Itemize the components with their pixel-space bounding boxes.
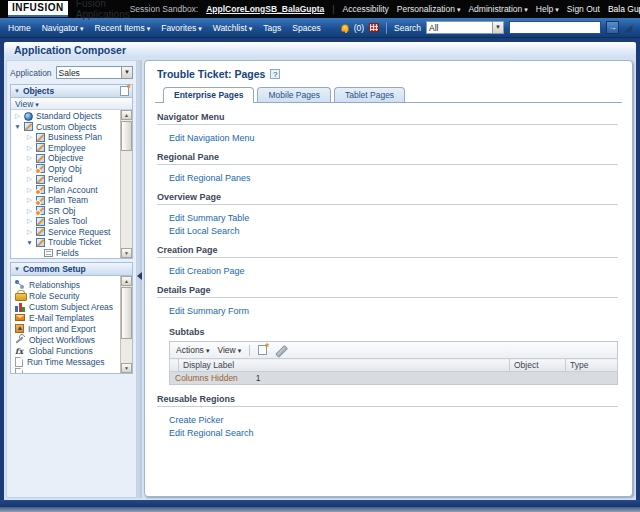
nav-watchlist-menu[interactable]: Watchlist bbox=[213, 23, 253, 33]
collapse-icon[interactable] bbox=[26, 239, 33, 246]
expand-icon[interactable] bbox=[26, 144, 33, 152]
administration-menu[interactable]: Administration bbox=[468, 4, 527, 14]
custom-object-icon bbox=[24, 122, 33, 131]
tree-item-sales-tool[interactable]: Sales Tool bbox=[11, 216, 120, 227]
help-menu[interactable]: Help bbox=[536, 4, 559, 14]
expand-icon[interactable] bbox=[26, 207, 33, 215]
chevron-down-icon[interactable]: ▼ bbox=[121, 67, 132, 78]
tree-item-trouble-ticket[interactable]: Trouble Ticket bbox=[11, 237, 120, 248]
edit-regional-search-link[interactable]: Edit Regional Search bbox=[169, 428, 254, 438]
panel-splitter[interactable] bbox=[137, 60, 142, 498]
scroll-down-icon[interactable]: ▼ bbox=[121, 248, 132, 258]
brand-subtitle: Fusion Applications bbox=[76, 0, 130, 20]
edit-navigation-menu-link[interactable]: Edit Navigation Menu bbox=[169, 133, 255, 143]
nav-spaces[interactable]: Spaces bbox=[292, 23, 320, 33]
accessibility-link[interactable]: Accessibility bbox=[343, 4, 389, 14]
tree-item-period[interactable]: Period bbox=[11, 174, 120, 185]
personalization-menu[interactable]: Personalization bbox=[397, 4, 461, 14]
edit-local-search-link[interactable]: Edit Local Search bbox=[169, 226, 240, 236]
sign-out-link[interactable]: Sign Out bbox=[567, 4, 600, 14]
scroll-up-icon[interactable]: ▲ bbox=[121, 276, 132, 286]
tab-enterprise-pages[interactable]: Enterprise Pages bbox=[163, 87, 254, 103]
common-setup-item-import-export[interactable]: Import and Export bbox=[11, 323, 120, 334]
scroll-thumb[interactable] bbox=[121, 121, 132, 151]
column-display-label[interactable]: Display Label bbox=[179, 359, 510, 372]
common-setup-header[interactable]: ▼ Common Setup bbox=[11, 263, 132, 276]
collapse-pane-icon[interactable] bbox=[137, 272, 142, 280]
common-setup-scrollbar[interactable]: ▲ ▼ bbox=[120, 276, 132, 373]
common-setup-item-relationships[interactable]: Relationships bbox=[11, 279, 120, 290]
view-menu[interactable]: View bbox=[217, 345, 241, 355]
tree-item-plan-team[interactable]: Plan Team bbox=[11, 195, 120, 206]
search-go-button[interactable]: → bbox=[606, 21, 619, 34]
collapse-chevron-icon[interactable]: ▼ bbox=[14, 266, 20, 272]
common-setup-item-object-workflows[interactable]: Object Workflows bbox=[11, 334, 120, 345]
tree-item-service-request[interactable]: Service Request bbox=[11, 227, 120, 238]
column-object[interactable]: Object bbox=[510, 359, 566, 372]
tree-item-opty-obj[interactable]: Opty Obj bbox=[11, 164, 120, 175]
edit-regional-panes-link[interactable]: Edit Regional Panes bbox=[169, 173, 251, 183]
view-menu[interactable]: View bbox=[15, 99, 39, 109]
common-setup-item-custom-subject-areas[interactable]: Custom Subject Areas bbox=[11, 301, 120, 312]
global-search-input[interactable] bbox=[509, 21, 601, 34]
expand-icon[interactable] bbox=[26, 154, 33, 162]
column-type[interactable]: Type bbox=[566, 359, 618, 372]
tree-item-objective[interactable]: Objective bbox=[11, 153, 120, 164]
help-icon[interactable]: ? bbox=[270, 69, 280, 79]
expand-icon[interactable] bbox=[26, 217, 33, 225]
scroll-thumb[interactable] bbox=[121, 287, 132, 339]
expand-icon[interactable] bbox=[14, 112, 21, 120]
edit-pencil-icon[interactable] bbox=[275, 344, 287, 356]
objects-panel-header[interactable]: ▼ Objects bbox=[11, 85, 132, 98]
tree-item-custom-objects[interactable]: Custom Objects bbox=[11, 122, 120, 133]
tree-item-standard-objects[interactable]: Standard Objects bbox=[11, 111, 120, 122]
tree-scrollbar[interactable]: ▲ ▼ bbox=[120, 110, 132, 258]
scroll-down-icon[interactable]: ▼ bbox=[121, 363, 132, 373]
document-icon bbox=[15, 357, 23, 367]
actions-menu[interactable]: Actions bbox=[176, 345, 209, 355]
page-title: Application Composer bbox=[14, 44, 126, 56]
nav-home[interactable]: Home bbox=[8, 23, 31, 33]
favorites-grid-icon[interactable] bbox=[369, 23, 379, 32]
session-sandbox-link[interactable]: ApplCoreLongSB_BalaGupta bbox=[206, 4, 324, 14]
row-selector-header bbox=[170, 359, 179, 372]
tree-item-plan-account[interactable]: Plan Account bbox=[11, 185, 120, 196]
nav-favorites-menu[interactable]: Favorites bbox=[161, 23, 201, 33]
expand-icon[interactable] bbox=[26, 133, 33, 141]
scroll-up-icon[interactable]: ▲ bbox=[121, 110, 132, 120]
top-bar: INFUSION Fusion Applications Session San… bbox=[0, 0, 640, 18]
advanced-search-icon[interactable] bbox=[624, 23, 633, 32]
tab-tablet-pages[interactable]: Tablet Pages bbox=[334, 87, 405, 102]
create-subtab-icon[interactable] bbox=[258, 345, 267, 355]
common-setup-item-global-functions[interactable]: Global Functions bbox=[11, 345, 120, 356]
expand-icon[interactable] bbox=[26, 196, 33, 204]
tree-item-fields[interactable]: Fields bbox=[11, 248, 120, 259]
tree-item-employee[interactable]: Employee bbox=[11, 143, 120, 154]
create-picker-link[interactable]: Create Picker bbox=[169, 415, 224, 425]
collapse-chevron-icon[interactable]: ▼ bbox=[14, 88, 20, 94]
tree-item-sr-obj[interactable]: SR Obj bbox=[11, 206, 120, 217]
nav-recent-items-menu[interactable]: Recent Items bbox=[95, 23, 151, 33]
expand-icon[interactable] bbox=[26, 165, 33, 173]
chevron-down-icon[interactable]: ▼ bbox=[492, 22, 503, 33]
nav-navigator-menu[interactable]: Navigator bbox=[42, 23, 84, 33]
application-select[interactable]: Sales ▼ bbox=[56, 66, 133, 79]
common-setup-item-run-time-messages[interactable]: Run Time Messages bbox=[11, 356, 120, 367]
expand-icon[interactable] bbox=[26, 186, 33, 194]
new-object-icon[interactable] bbox=[120, 86, 129, 96]
search-scope-select[interactable]: All ▼ bbox=[426, 21, 504, 34]
tree-item-business-plan[interactable]: Business Plan bbox=[11, 132, 120, 143]
edit-summary-table-link[interactable]: Edit Summary Table bbox=[169, 213, 249, 223]
expand-icon[interactable] bbox=[26, 228, 33, 236]
notifications-bell-icon[interactable] bbox=[341, 24, 349, 32]
expand-icon[interactable] bbox=[26, 175, 33, 183]
common-setup-item-email-templates[interactable]: E-Mail Templates bbox=[11, 312, 120, 323]
collapse-icon[interactable] bbox=[14, 123, 21, 130]
edit-creation-page-link[interactable]: Edit Creation Page bbox=[169, 266, 245, 276]
nav-tags[interactable]: Tags bbox=[263, 23, 281, 33]
tab-mobile-pages[interactable]: Mobile Pages bbox=[257, 87, 331, 102]
common-setup-item-clipped[interactable] bbox=[11, 367, 120, 373]
edit-summary-form-link[interactable]: Edit Summary Form bbox=[169, 306, 249, 316]
custom-object-icon bbox=[36, 217, 45, 226]
common-setup-item-role-security[interactable]: Role Security bbox=[11, 290, 120, 301]
